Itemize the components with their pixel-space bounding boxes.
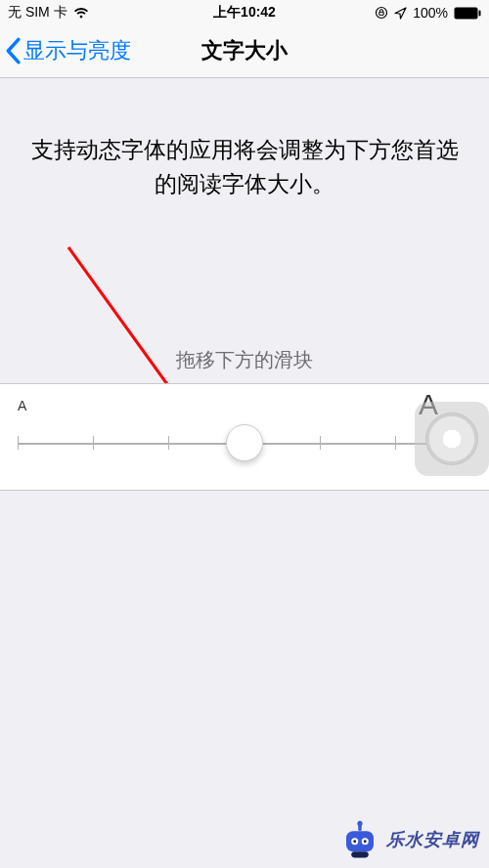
nav-bar: 显示与亮度 文字大小 [0,23,489,78]
slider-tick [18,436,19,450]
watermark-text: 乐水安卓网 [386,828,479,851]
svg-rect-12 [351,851,369,857]
svg-point-8 [353,840,356,843]
slider-tick [93,436,94,450]
slider-min-label: A [18,398,26,413]
back-label: 显示与亮度 [23,36,131,65]
assistive-touch-button[interactable] [415,402,489,476]
watermark: 乐水安卓网 [339,819,479,860]
slider-tick [320,436,321,450]
svg-rect-5 [346,831,374,851]
status-time: 上午10:42 [209,4,280,20]
text-size-slider[interactable]: A A [0,383,489,491]
slider-tick [168,436,169,450]
description-text: 支持动态字体的应用将会调整为下方您首选的阅读字体大小。 [0,78,489,200]
assistive-touch-icon [425,412,478,465]
status-bar: 无 SIM 卡 上午10:42 100% [0,0,489,23]
robot-icon [339,819,380,860]
slider-tick [395,436,396,450]
slider-hint: 拖移下方的滑块 [0,347,489,373]
svg-point-9 [364,840,367,843]
slider-thumb[interactable] [226,424,263,461]
back-button[interactable]: 显示与亮度 [0,36,131,65]
svg-point-11 [357,821,362,826]
